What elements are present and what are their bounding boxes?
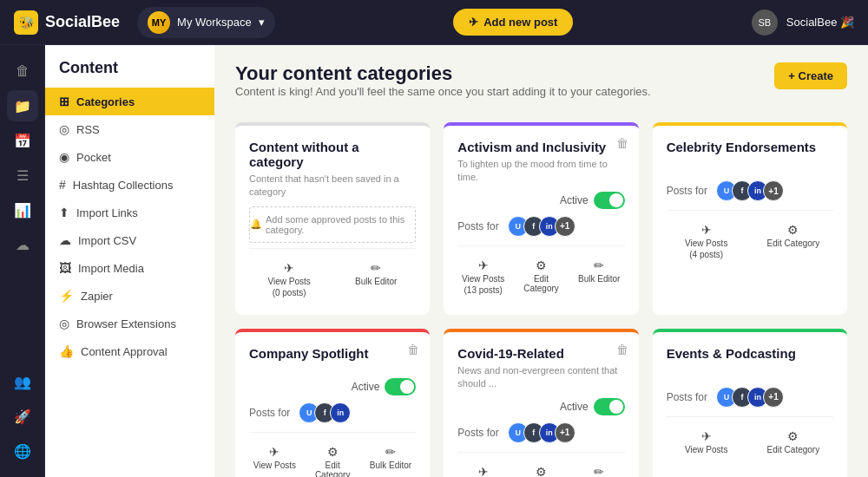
card-actions: ✈ View Posts ⚙ Edit Category ✏ Bulk Edit… xyxy=(249,432,416,477)
sidebar-item-pocket-label: Pocket xyxy=(76,151,111,164)
logo-area: 🐝 SocialBee xyxy=(14,10,120,35)
workspace-label: My Workspace xyxy=(177,16,252,29)
browser-icon: ◎ xyxy=(59,317,69,330)
main-content: Your content categories Content is king!… xyxy=(214,45,868,477)
card-title: Covid-19-Related xyxy=(457,346,624,361)
category-grid: Content without a category Content that … xyxy=(235,122,847,477)
active-label: Active xyxy=(560,194,589,206)
avatar-count: +1 xyxy=(763,180,784,201)
create-button[interactable]: + Create xyxy=(774,62,847,89)
pocket-icon: ◉ xyxy=(59,150,69,164)
bulk-editor-button[interactable]: ✏ Bulk Editor xyxy=(574,461,625,477)
sidebar-item-pocket[interactable]: ◉ Pocket xyxy=(45,143,214,171)
view-posts-button[interactable]: ✈ View Posts xyxy=(249,441,300,477)
edit-category-button[interactable]: ⚙ Edit Category xyxy=(516,461,567,477)
sidebar-item-categories[interactable]: ⊞ Categories xyxy=(45,88,214,115)
view-posts-button[interactable]: ✈ View Posts xyxy=(457,461,509,477)
sidebar-icon-globe[interactable]: 🌐 xyxy=(7,435,38,467)
active-toggle[interactable] xyxy=(594,192,625,209)
card-title: Celebrity Endorsements xyxy=(667,140,833,154)
posts-for-row: Posts for U f in +1 xyxy=(457,422,624,443)
nav-center: ✈ Add new post xyxy=(275,9,752,36)
view-posts-button[interactable]: ✈ View Posts (0 posts) xyxy=(249,258,329,301)
categories-icon: ⊞ xyxy=(59,95,69,108)
gear-icon: ⚙ xyxy=(536,465,547,477)
edit-icon: ✏ xyxy=(594,258,604,272)
active-row: Active xyxy=(457,192,624,209)
sidebar-item-import-csv-label: Import CSV xyxy=(78,234,136,247)
send-icon: ✈ xyxy=(701,223,712,237)
sidebar-item-zapier[interactable]: ⚡ Zapier xyxy=(45,282,214,310)
sidebar-item-import-media[interactable]: 🖼 Import Media xyxy=(45,254,214,282)
sidebar-item-content-approval[interactable]: 👍 Content Approval xyxy=(45,337,214,365)
page-title: Your content categories xyxy=(235,62,651,85)
sidebar-item-zapier-label: Zapier xyxy=(81,290,113,303)
posts-for-row: Posts for U f in +1 xyxy=(667,180,833,201)
workspace-button[interactable]: MY My Workspace ▾ xyxy=(137,7,275,38)
avatar-count: +1 xyxy=(555,216,575,237)
card-actions: ✈ View Posts ⚙ Edit Category ✏ Bulk Edit… xyxy=(457,452,624,477)
hashtag-icon: # xyxy=(59,178,66,192)
delete-button[interactable]: 🗑 xyxy=(616,136,628,150)
posts-for-row: Posts for U f in +1 xyxy=(667,387,833,408)
sidebar-icon-cloud[interactable]: ☁ xyxy=(7,229,38,260)
card-actions: ✈ View Posts (4 posts) ⚙ Edit Category xyxy=(667,210,833,263)
sidebar-item-hashtag-collections[interactable]: # Hashtag Collections xyxy=(45,171,214,199)
sidebar-item-rss[interactable]: ◎ RSS xyxy=(45,115,214,143)
avatar: SB xyxy=(752,10,778,36)
bulk-editor-button[interactable]: ✏ Bulk Editor xyxy=(336,258,416,301)
sidebar-icon-users[interactable]: 👥 xyxy=(7,366,38,397)
edit-icon: ✏ xyxy=(385,445,396,459)
top-navigation: 🐝 SocialBee MY My Workspace ▾ ✈ Add new … xyxy=(0,0,868,45)
send-icon: ✈ xyxy=(269,445,279,459)
view-posts-button[interactable]: ✈ View Posts (13 posts) xyxy=(457,255,509,298)
sidebar-icon-folder[interactable]: 📁 xyxy=(7,90,38,121)
sidebar-item-categories-label: Categories xyxy=(76,95,135,108)
sidebar-icon-calendar[interactable]: 📅 xyxy=(7,125,38,156)
view-posts-button[interactable]: ✈ View Posts (4 posts) xyxy=(667,219,746,263)
posts-for-label: Posts for xyxy=(249,407,290,419)
user-label: SocialBee 🎉 xyxy=(786,16,854,29)
card-actions: ✈ View Posts ⚙ Edit Category xyxy=(667,416,833,458)
avatar-count: +1 xyxy=(763,387,784,408)
send-icon: ✈ xyxy=(478,465,489,477)
page-subtitle: Content is king! And you'll feel the sam… xyxy=(235,85,651,98)
edit-category-button[interactable]: ⚙ Edit Category xyxy=(516,255,567,298)
active-toggle[interactable] xyxy=(385,378,416,395)
delete-button[interactable]: 🗑 xyxy=(407,343,419,356)
send-icon: ✈ xyxy=(701,429,712,443)
sidebar-icon-chart[interactable]: 📊 xyxy=(7,194,38,225)
sidebar-item-import-links[interactable]: ⬆ Import Links xyxy=(45,199,214,226)
import-csv-icon: ☁ xyxy=(59,233,71,247)
avatar-stack: U f in xyxy=(299,402,351,423)
avatar-stack: U f in +1 xyxy=(716,180,784,201)
bell-icon: 🔔 xyxy=(250,219,262,230)
edit-icon: ✏ xyxy=(594,465,604,477)
card-actions: ✈ View Posts (13 posts) ⚙ Edit Category … xyxy=(457,245,624,298)
rss-icon: ◎ xyxy=(59,122,69,136)
bulk-editor-button[interactable]: ✏ Bulk Editor xyxy=(574,255,625,298)
delete-button[interactable]: 🗑 xyxy=(616,343,628,356)
card-title: Activism and Inclusivity xyxy=(457,140,624,154)
bulk-editor-button[interactable]: ✏ Bulk Editor xyxy=(365,441,417,477)
active-toggle[interactable] xyxy=(594,398,625,415)
category-card-celebrity: Celebrity Endorsements Posts for U f in … xyxy=(653,122,847,315)
main-header-text: Your content categories Content is king!… xyxy=(235,62,651,115)
edit-category-button[interactable]: ⚙ Edit Category xyxy=(753,426,833,458)
add-post-button[interactable]: ✈ Add new post xyxy=(453,9,573,36)
main-header: Your content categories Content is king!… xyxy=(235,62,847,115)
edit-category-button[interactable]: ⚙ Edit Category xyxy=(307,441,358,477)
active-label: Active xyxy=(560,401,589,413)
sidebar-item-browser-extensions[interactable]: ◎ Browser Extensions xyxy=(45,310,214,337)
sidebar-icon-trash[interactable]: 🗑 xyxy=(7,56,38,87)
nav-right: SB SocialBee 🎉 xyxy=(752,10,854,36)
sidebar-item-approval-label: Content Approval xyxy=(81,345,168,358)
view-posts-button[interactable]: ✈ View Posts xyxy=(667,426,746,458)
avatar-count: +1 xyxy=(555,422,575,443)
sidebar-icon-list[interactable]: ☰ xyxy=(7,160,38,191)
sidebar-icon-rocket[interactable]: 🚀 xyxy=(7,401,38,432)
icon-sidebar: 🗑 📁 📅 ☰ 📊 ☁ 👥 🚀 🌐 xyxy=(0,45,45,477)
edit-category-button[interactable]: ⚙ Edit Category xyxy=(753,219,833,263)
import-links-icon: ⬆ xyxy=(59,206,69,219)
sidebar-item-import-csv[interactable]: ☁ Import CSV xyxy=(45,226,214,254)
